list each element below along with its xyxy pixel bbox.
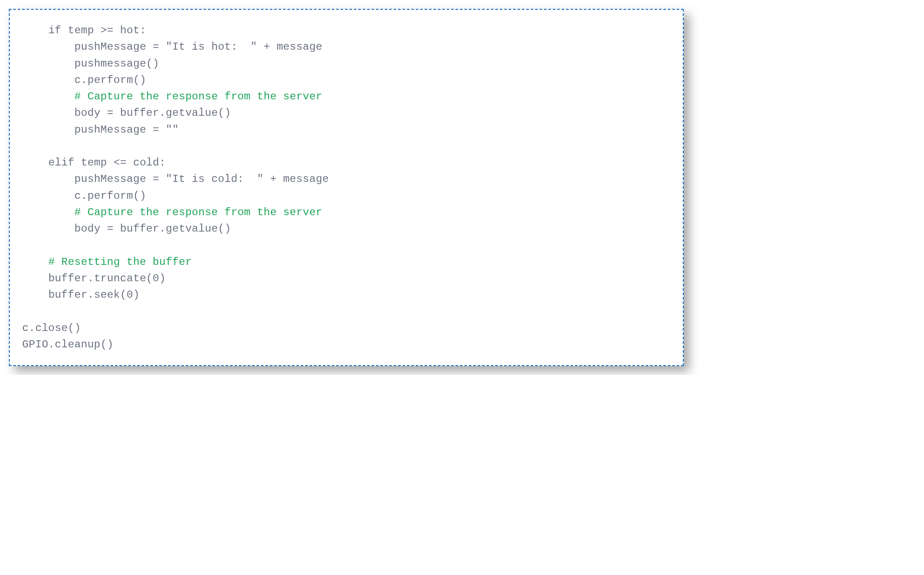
code-token: GPIO.cleanup() bbox=[22, 339, 114, 351]
code-token: pushMessage = "It is hot: " + message bbox=[74, 41, 322, 53]
code-token: pushMessage = "It is cold: " + message bbox=[74, 173, 329, 185]
code-token: elif temp <= cold: bbox=[48, 157, 166, 169]
code-content: if temp >= hot: pushMessage = "It is hot… bbox=[22, 22, 672, 353]
code-token: # Capture the response from the server bbox=[74, 206, 322, 218]
code-token: pushMessage = "" bbox=[74, 124, 179, 136]
code-snippet-box: if temp >= hot: pushMessage = "It is hot… bbox=[9, 9, 684, 366]
code-token: body = buffer.getvalue() bbox=[74, 107, 231, 119]
code-token: c.close() bbox=[22, 322, 81, 334]
code-token: buffer.truncate(0) bbox=[48, 272, 166, 284]
code-token: pushmessage() bbox=[74, 58, 159, 70]
code-token: # Resetting the buffer bbox=[48, 256, 192, 268]
code-token: # Capture the response from the server bbox=[74, 91, 322, 102]
code-token: c.perform() bbox=[74, 74, 146, 86]
code-token: body = buffer.getvalue() bbox=[74, 223, 231, 235]
code-token: c.perform() bbox=[74, 190, 146, 202]
code-token: buffer.seek(0) bbox=[48, 289, 140, 301]
code-token: if temp >= hot: bbox=[48, 24, 146, 36]
